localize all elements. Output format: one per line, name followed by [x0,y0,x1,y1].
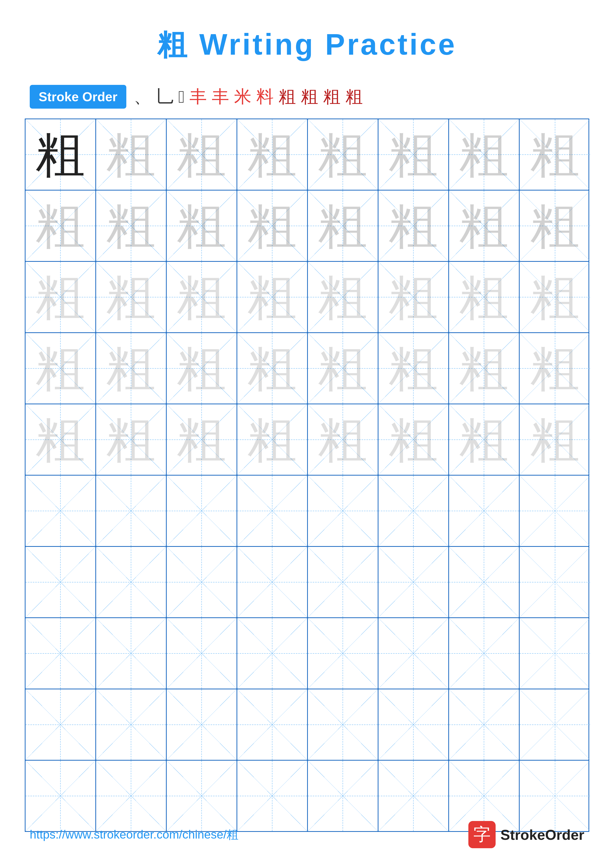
grid-cell-5-7[interactable]: 粗 [449,404,520,475]
grid-cell-8-2[interactable] [96,618,167,688]
grid-cell-5-5[interactable]: 粗 [308,404,378,475]
char-guide: 粗 [318,201,368,251]
grid-cell-8-6[interactable] [378,618,449,688]
grid-cell-8-4[interactable] [237,618,308,688]
grid-cell-5-6[interactable]: 粗 [378,404,449,475]
char-guide: 粗 [36,201,85,251]
grid-cell-10-3[interactable] [167,761,237,831]
grid-cell-1-2[interactable]: 粗 [96,119,167,190]
grid-cell-5-1[interactable]: 粗 [25,404,96,475]
grid-cell-1-5[interactable]: 粗 [308,119,378,190]
grid-cell-7-2[interactable] [96,547,167,617]
grid-cell-4-7[interactable]: 粗 [449,333,520,403]
char-guide: 粗 [106,130,156,180]
grid-cell-8-1[interactable] [25,618,96,688]
grid-cell-2-3[interactable]: 粗 [167,191,237,261]
char-guide: 粗 [459,130,509,180]
grid-cell-8-3[interactable] [167,618,237,688]
grid-cell-7-1[interactable] [25,547,96,617]
grid-cell-6-1[interactable] [25,476,96,546]
grid-cell-6-5[interactable] [308,476,378,546]
grid-cell-9-7[interactable] [449,689,520,760]
grid-cell-3-8[interactable]: 粗 [520,262,590,332]
grid-cell-2-4[interactable]: 粗 [237,191,308,261]
stroke-1: 、 [134,85,151,108]
char-guide: 粗 [177,344,226,393]
grid-cell-7-7[interactable] [449,547,520,617]
grid-cell-4-8[interactable]: 粗 [520,333,590,403]
grid-cell-3-3[interactable]: 粗 [167,262,237,332]
grid-cell-2-5[interactable]: 粗 [308,191,378,261]
grid-cell-1-7[interactable]: 粗 [449,119,520,190]
grid-cell-7-4[interactable] [237,547,308,617]
grid-cell-4-1[interactable]: 粗 [25,333,96,403]
grid-cell-9-3[interactable] [167,689,237,760]
grid-cell-10-2[interactable] [96,761,167,831]
grid-cell-7-8[interactable] [520,547,590,617]
footer-url-link[interactable]: https://www.strokeorder.com/chinese/粗 [30,827,238,843]
grid-cell-5-2[interactable]: 粗 [96,404,167,475]
grid-cell-8-8[interactable] [520,618,590,688]
grid-cell-3-6[interactable]: 粗 [378,262,449,332]
grid-cell-10-8[interactable] [520,761,590,831]
grid-cell-9-6[interactable] [378,689,449,760]
grid-cell-10-7[interactable] [449,761,520,831]
grid-cell-3-7[interactable]: 粗 [449,262,520,332]
grid-cell-10-6[interactable] [378,761,449,831]
grid-cell-1-4[interactable]: 粗 [237,119,308,190]
char-display: 粗 [36,130,85,180]
grid-cell-4-2[interactable]: 粗 [96,333,167,403]
grid-cell-8-5[interactable] [308,618,378,688]
grid-cell-4-3[interactable]: 粗 [167,333,237,403]
grid-cell-1-1[interactable]: 粗 [25,119,96,190]
char-guide: 粗 [106,344,156,393]
grid-cell-2-8[interactable]: 粗 [520,191,590,261]
grid-cell-9-4[interactable] [237,689,308,760]
grid-cell-4-5[interactable]: 粗 [308,333,378,403]
grid-cell-10-4[interactable] [237,761,308,831]
char-guide: 粗 [318,130,368,180]
grid-cell-6-7[interactable] [449,476,520,546]
grid-cell-6-8[interactable] [520,476,590,546]
footer-logo-text: StrokeOrder [501,826,584,843]
grid-cell-8-7[interactable] [449,618,520,688]
grid-cell-5-3[interactable]: 粗 [167,404,237,475]
grid-cell-4-6[interactable]: 粗 [378,333,449,403]
grid-cell-4-4[interactable]: 粗 [237,333,308,403]
grid-cell-6-2[interactable] [96,476,167,546]
grid-cell-6-6[interactable] [378,476,449,546]
grid-cell-3-1[interactable]: 粗 [25,262,96,332]
grid-cell-3-4[interactable]: 粗 [237,262,308,332]
char-guide: 粗 [459,201,509,251]
grid-cell-7-5[interactable] [308,547,378,617]
char-guide: 粗 [459,273,509,322]
grid-cell-1-6[interactable]: 粗 [378,119,449,190]
footer-logo-char: 字 [473,823,491,846]
stroke-5: 丰 [212,85,229,108]
char-guide: 粗 [459,415,509,465]
char-guide: 粗 [36,415,85,465]
grid-cell-1-3[interactable]: 粗 [167,119,237,190]
grid-cell-9-2[interactable] [96,689,167,760]
grid-cell-2-6[interactable]: 粗 [378,191,449,261]
grid-cell-10-5[interactable] [308,761,378,831]
grid-cell-9-8[interactable] [520,689,590,760]
stroke-6: 米 [234,85,252,108]
grid-cell-6-3[interactable] [167,476,237,546]
grid-cell-6-4[interactable] [237,476,308,546]
grid-cell-7-3[interactable] [167,547,237,617]
char-guide: 粗 [36,273,85,322]
grid-cell-10-1[interactable] [25,761,96,831]
grid-cell-9-5[interactable] [308,689,378,760]
grid-cell-2-2[interactable]: 粗 [96,191,167,261]
grid-cell-2-1[interactable]: 粗 [25,191,96,261]
grid-cell-1-8[interactable]: 粗 [520,119,590,190]
grid-cell-9-1[interactable] [25,689,96,760]
grid-cell-5-8[interactable]: 粗 [520,404,590,475]
grid-cell-3-5[interactable]: 粗 [308,262,378,332]
grid-cell-5-4[interactable]: 粗 [237,404,308,475]
grid-cell-2-7[interactable]: 粗 [449,191,520,261]
char-guide: 粗 [106,415,156,465]
grid-cell-3-2[interactable]: 粗 [96,262,167,332]
grid-cell-7-6[interactable] [378,547,449,617]
